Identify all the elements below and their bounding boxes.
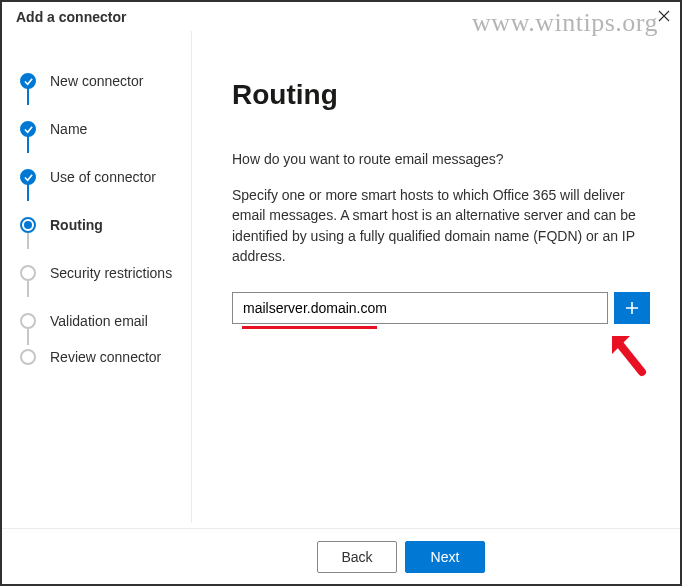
step-validation-email[interactable]: Validation email (20, 297, 181, 345)
close-icon (658, 10, 670, 22)
check-icon (20, 169, 36, 185)
check-icon (20, 73, 36, 89)
step-label: Name (50, 121, 87, 137)
panel-header: Add a connector (2, 2, 680, 31)
steps-list: New connector Name Use of connector R (20, 57, 181, 369)
step-label: Review connector (50, 349, 161, 365)
upcoming-step-icon (20, 265, 36, 281)
step-label: Routing (50, 217, 103, 233)
step-label: Security restrictions (50, 265, 172, 281)
back-button[interactable]: Back (317, 541, 397, 573)
next-button[interactable]: Next (405, 541, 485, 573)
plus-icon (625, 301, 639, 315)
panel-title: Add a connector (16, 9, 126, 25)
routing-description: Specify one or more smart hosts to which… (232, 185, 650, 266)
step-routing[interactable]: Routing (20, 201, 181, 249)
smart-host-input-row (232, 292, 650, 324)
step-security-restrictions[interactable]: Security restrictions (20, 249, 181, 297)
annotation-underline (242, 326, 377, 329)
check-icon (20, 121, 36, 137)
page-heading: Routing (232, 79, 650, 111)
current-step-icon (20, 217, 36, 233)
add-smart-host-button[interactable] (614, 292, 650, 324)
step-label: New connector (50, 73, 143, 89)
main-content: Routing How do you want to route email m… (192, 31, 680, 523)
step-label: Validation email (50, 313, 148, 329)
routing-question: How do you want to route email messages? (232, 151, 650, 167)
smart-host-input[interactable] (232, 292, 608, 324)
step-review-connector[interactable]: Review connector (20, 345, 181, 369)
upcoming-step-icon (20, 313, 36, 329)
upcoming-step-icon (20, 349, 36, 365)
step-new-connector[interactable]: New connector (20, 57, 181, 105)
panel-footer: Back Next (2, 528, 680, 584)
wizard-steps-sidebar: New connector Name Use of connector R (2, 31, 192, 523)
annotation-arrow (608, 332, 650, 381)
panel-body: New connector Name Use of connector R (2, 31, 680, 523)
step-name[interactable]: Name (20, 105, 181, 153)
step-use-of-connector[interactable]: Use of connector (20, 153, 181, 201)
step-label: Use of connector (50, 169, 156, 185)
close-button[interactable] (654, 6, 674, 26)
